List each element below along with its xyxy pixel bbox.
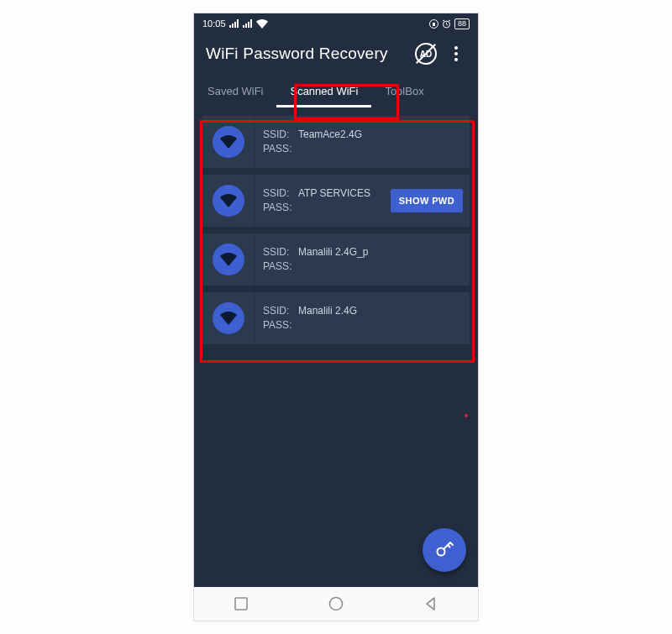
circle-icon <box>328 596 344 611</box>
network-card[interactable]: SSID:ATP SERVICESPASS:SHOW PWD <box>202 175 470 227</box>
system-nav-bar <box>194 587 478 621</box>
tab-bar: Saved WiFiScanned WiFiToolBox <box>194 74 478 107</box>
signal-icon <box>243 19 253 28</box>
network-card[interactable]: SSID:Manalili 2.4GPASS: <box>202 292 470 344</box>
ssid-value: Manalili 2.4G_p <box>298 245 368 259</box>
wifi-icon-cell <box>202 233 255 286</box>
key-icon <box>434 540 454 560</box>
phone-frame: 10:05 88 WiFi Password Recovery AD Saved… <box>193 13 479 621</box>
nav-back-button[interactable] <box>424 597 438 610</box>
ssid-value: TeamAce2.4G <box>298 128 362 142</box>
network-info: SSID:Manalili 2.4G_pPASS: <box>255 233 470 286</box>
lock-status-icon <box>429 19 438 29</box>
svg-rect-4 <box>235 598 247 610</box>
square-icon <box>234 597 248 610</box>
ssid-value: Manalili 2.4G <box>298 304 357 318</box>
network-info: SSID:Manalili 2.4GPASS: <box>255 292 470 344</box>
ssid-label: SSID: <box>263 128 293 142</box>
record-dot <box>465 414 468 417</box>
more-vert-icon <box>454 46 458 61</box>
ad-icon: AD <box>420 50 432 59</box>
pass-label: PASS: <box>263 318 293 333</box>
wifi-icon <box>213 302 244 334</box>
tab-saved-wifi[interactable]: Saved WiFi <box>194 74 276 107</box>
network-list: SSID:TeamAce2.4GPASS:SSID:ATP SERVICESPA… <box>194 107 478 344</box>
ssid-label: SSID: <box>263 186 293 201</box>
nav-home-button[interactable] <box>328 596 344 611</box>
ssid-value: ATP SERVICES <box>298 186 370 201</box>
pass-label: PASS: <box>263 142 293 156</box>
alarm-status-icon <box>442 19 451 29</box>
pass-label: PASS: <box>263 259 293 274</box>
network-card[interactable]: SSID:Manalili 2.4G_pPASS: <box>202 233 470 286</box>
signal-icon <box>229 19 239 28</box>
svg-point-5 <box>330 598 343 610</box>
wifi-icon <box>213 244 244 275</box>
wifi-icon-cell <box>202 116 255 168</box>
fab-key-button[interactable] <box>423 528 466 572</box>
nav-recent-button[interactable] <box>234 597 248 610</box>
remove-ads-button[interactable]: AD <box>411 39 441 69</box>
tab-toolbox[interactable]: ToolBox <box>371 74 437 107</box>
network-info: SSID:TeamAce2.4GPASS: <box>255 116 470 168</box>
ssid-label: SSID: <box>263 245 293 259</box>
svg-rect-1 <box>433 23 435 26</box>
pass-label: PASS: <box>263 201 293 215</box>
network-info: SSID:ATP SERVICESPASS: <box>255 175 391 227</box>
overflow-menu-button[interactable] <box>441 39 471 69</box>
network-card[interactable]: SSID:TeamAce2.4GPASS: <box>202 116 470 168</box>
ssid-label: SSID: <box>263 304 293 318</box>
wifi-icon-cell <box>202 175 255 227</box>
wifi-icon <box>213 185 244 217</box>
tab-scanned-wifi[interactable]: Scanned WiFi <box>276 74 371 107</box>
status-time: 10:05 <box>202 18 226 29</box>
wifi-status-icon <box>256 19 268 29</box>
wifi-icon <box>213 126 244 158</box>
app-title: WiFi Password Recovery <box>206 45 411 63</box>
status-bar: 10:05 88 <box>194 13 478 34</box>
wifi-icon-cell <box>202 292 255 344</box>
battery-indicator: 88 <box>454 18 470 29</box>
app-bar: WiFi Password Recovery AD <box>194 34 478 74</box>
show-password-button[interactable]: SHOW PWD <box>391 189 463 212</box>
triangle-back-icon <box>424 597 438 610</box>
